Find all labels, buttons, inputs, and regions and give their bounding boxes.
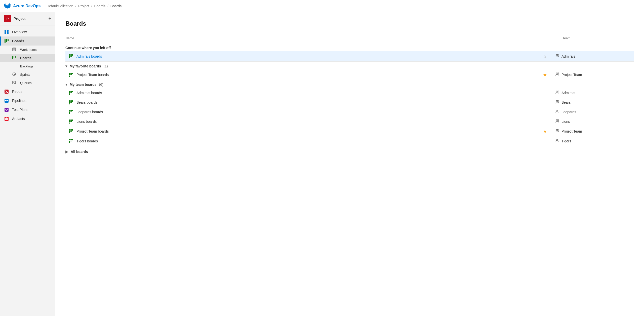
board-star-project-team-fav[interactable]: ★	[537, 72, 552, 77]
sidebar-item-test-plans[interactable]: Test Plans	[0, 105, 55, 114]
board-grid-icon-8	[68, 139, 73, 144]
team-boards-chevron-icon: ▾	[65, 83, 67, 87]
board-row-project-team-team[interactable]: Project Team boards ★ Project Team	[65, 126, 634, 136]
svg-point-86	[556, 139, 558, 141]
sidebar-item-boards[interactable]: Boards	[0, 36, 55, 46]
content-area: Boards Name Team Continue where you left…	[55, 12, 644, 316]
sidebar-item-work-items[interactable]: Work Items	[0, 46, 55, 54]
all-boards-label: All boards	[71, 150, 88, 154]
svg-rect-44	[70, 92, 72, 93]
sidebar-item-pipelines[interactable]: Pipelines	[0, 96, 55, 105]
board-row-lions[interactable]: Lions boards Lions	[65, 117, 634, 126]
board-team-bears: Bears	[555, 100, 631, 105]
svg-point-71	[558, 120, 559, 121]
sidebar-item-overview[interactable]: Overview	[0, 27, 55, 36]
sidebar-project-info[interactable]: P Project	[4, 15, 25, 22]
board-star-project-team-team[interactable]: ★	[537, 129, 552, 134]
svg-rect-68	[70, 121, 72, 122]
board-team-project-team-fav: Project Team	[555, 72, 631, 77]
svg-rect-58	[72, 110, 73, 111]
team-boards-group-header[interactable]: ▾ My team boards (6)	[65, 80, 634, 88]
team-people-icon-7	[555, 129, 559, 134]
sidebar-item-repos[interactable]: Repos	[0, 87, 55, 96]
board-row-tigers[interactable]: Tigers boards Tigers	[65, 136, 634, 146]
test-plans-label: Test Plans	[12, 108, 28, 112]
favorites-count: (1)	[103, 64, 108, 68]
breadcrumb-item-3[interactable]: Boards	[94, 4, 105, 8]
team-people-icon-5	[555, 109, 559, 114]
board-team-admirals-team: Admirals	[555, 90, 631, 95]
svg-rect-25	[70, 54, 72, 56]
board-row-leopards[interactable]: Leopards boards Leopards	[65, 107, 634, 117]
board-row-project-team-fav[interactable]: Project Team boards ★ Project Team	[65, 70, 634, 80]
svg-rect-72	[69, 129, 70, 131]
board-name-admirals-team[interactable]: Admirals boards	[76, 91, 534, 95]
svg-rect-69	[69, 123, 70, 124]
board-name-admirals-continue[interactable]: Admirals boards	[76, 54, 534, 58]
board-row-bears[interactable]: Bears boards Bears	[65, 98, 634, 107]
svg-rect-0	[5, 30, 6, 32]
backlogs-icon	[12, 64, 16, 69]
svg-rect-6	[8, 39, 9, 41]
board-grid-icon-1	[68, 54, 73, 59]
topbar: Azure DevOps DefaultCollection / Project…	[0, 0, 644, 12]
svg-rect-26	[72, 54, 73, 56]
svg-rect-34	[72, 73, 73, 74]
add-project-button[interactable]: +	[48, 16, 51, 21]
team-people-icon-4	[555, 100, 559, 105]
sidebar-item-artifacts[interactable]: Artifacts	[0, 114, 55, 123]
all-boards-group-header[interactable]: ▶ All boards	[65, 147, 634, 155]
col-name-header: Name	[65, 36, 558, 40]
svg-rect-28	[70, 56, 72, 57]
breadcrumb-item-1[interactable]: DefaultCollection	[47, 4, 73, 8]
svg-rect-84	[70, 141, 72, 141]
board-grid-icon-7	[68, 129, 73, 134]
board-team-project-team-team: Project Team	[555, 129, 631, 134]
team-people-icon-8	[555, 139, 559, 144]
favorites-group-header[interactable]: ▾ My favorite boards (1)	[65, 62, 634, 70]
test-plans-icon	[4, 107, 9, 112]
board-name-leopards[interactable]: Leopards boards	[76, 110, 534, 114]
sidebar-item-sprints[interactable]: Sprints	[0, 70, 55, 79]
board-name-tigers[interactable]: Tigers boards	[76, 139, 534, 143]
board-star-admirals-continue[interactable]: ☆	[537, 54, 552, 59]
svg-rect-74	[72, 129, 73, 131]
svg-rect-10	[15, 56, 16, 58]
all-boards-chevron-icon: ▶	[65, 150, 68, 154]
logo-azure: Azure	[13, 4, 25, 8]
svg-rect-61	[69, 113, 70, 114]
svg-rect-36	[70, 74, 72, 75]
svg-rect-42	[72, 91, 73, 92]
svg-rect-57	[70, 110, 72, 111]
svg-point-54	[556, 100, 558, 102]
page-title: Boards	[65, 20, 634, 27]
svg-rect-1	[7, 30, 9, 32]
sidebar: P Project + Overview	[0, 12, 55, 316]
breadcrumb-item-2[interactable]: Project	[78, 4, 89, 8]
board-row-admirals-team[interactable]: Admirals boards Admirals	[65, 88, 634, 98]
svg-rect-66	[72, 120, 73, 121]
svg-point-79	[558, 129, 559, 130]
svg-rect-83	[69, 141, 70, 142]
svg-rect-85	[69, 142, 70, 143]
table-header: Name Team	[65, 34, 634, 42]
star-filled-icon-2: ★	[543, 129, 547, 134]
svg-rect-51	[69, 102, 70, 103]
logo[interactable]: Azure DevOps	[4, 3, 41, 10]
team-people-icon	[555, 54, 559, 59]
board-name-lions[interactable]: Lions boards	[76, 120, 534, 124]
star-filled-icon-1: ★	[543, 72, 547, 77]
svg-rect-4	[5, 39, 6, 43]
sidebar-item-queries[interactable]: Queries	[0, 79, 55, 87]
logo-devops: DevOps	[25, 4, 41, 8]
sidebar-item-backlogs[interactable]: Backlogs	[0, 62, 55, 70]
board-name-bears[interactable]: Bears boards	[76, 100, 534, 104]
svg-rect-41	[70, 91, 72, 92]
queries-icon	[12, 81, 16, 85]
board-name-project-team-team[interactable]: Project Team boards	[76, 129, 534, 133]
board-row-admirals-continue[interactable]: Admirals boards ☆ Admirals	[65, 51, 634, 61]
svg-rect-32	[69, 73, 70, 74]
sidebar-item-boards-sub[interactable]: Boards	[0, 54, 55, 62]
board-name-project-team-fav[interactable]: Project Team boards	[76, 73, 534, 77]
svg-point-55	[558, 100, 559, 101]
